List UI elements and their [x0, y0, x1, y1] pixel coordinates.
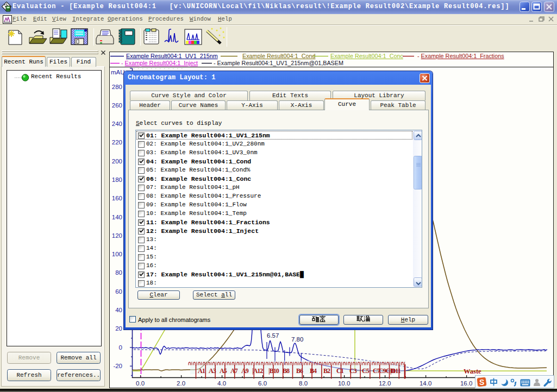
svg-text:A1: A1 [198, 367, 205, 375]
svg-text:A5: A5 [220, 367, 227, 375]
svg-text:B8: B8 [283, 367, 290, 375]
svg-text:C5: C5 [362, 367, 370, 375]
svg-text:6.57: 6.57 [267, 332, 279, 339]
svg-text:A9: A9 [241, 367, 249, 375]
svg-text:B4: B4 [310, 367, 317, 375]
svg-text:|B10: |B10 [268, 367, 279, 375]
svg-text:B2: B2 [323, 367, 330, 375]
svg-text:A7: A7 [230, 367, 238, 375]
svg-text:|D11: |D11 [390, 367, 401, 375]
svg-text:|A12: |A12 [252, 367, 263, 375]
svg-text:B6: B6 [296, 367, 303, 375]
svg-text:7.80: 7.80 [291, 336, 303, 343]
svg-text:C3: C3 [349, 367, 357, 375]
svg-text:A3: A3 [209, 367, 216, 375]
svg-text:Waste: Waste [464, 368, 481, 375]
svg-text:C1: C1 [336, 367, 344, 375]
svg-text:S: S [479, 378, 484, 387]
